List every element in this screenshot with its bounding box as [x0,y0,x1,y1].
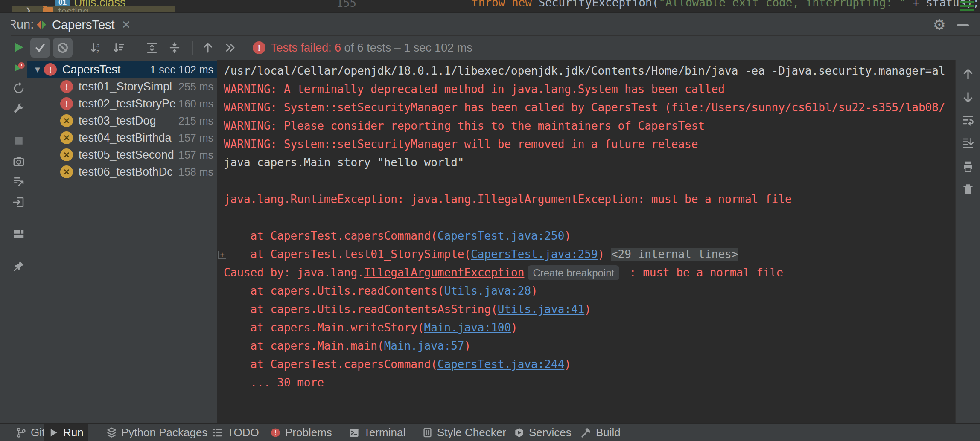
test-tree-row[interactable]: ✕test05_testSecond157 ms [27,146,217,163]
minimize-icon[interactable] [957,24,969,26]
editor-strip: 01 Utils.class ❯ testing 155 throw new S… [0,0,980,13]
console-line: at CapersTest.test01_StorySimple(CapersT… [224,245,955,264]
fold-expand-icon[interactable]: + [218,251,226,259]
sort-alphabetically-button[interactable]: az [86,38,106,58]
chevron-down-icon[interactable]: ▼ [31,65,44,75]
console-line: java capers.Main story "hello world" [224,154,955,172]
console-text-segment: ) [511,321,518,334]
toolbar-separator [192,41,193,55]
console-line: java.lang.RuntimeException: java.lang.Il… [224,190,955,209]
previous-failed-test-button[interactable] [198,38,218,58]
create-breakpoint-hint[interactable]: Create breakpoint [528,265,619,280]
stop-button[interactable] [12,133,26,148]
collapse-all-button[interactable] [165,38,184,58]
statusbar-item-style-checker[interactable]: Style Checker [417,424,510,441]
rerun-failed-tests-button[interactable] [12,61,26,75]
layout-settings-button[interactable] [12,227,26,241]
toolbar-separator [14,218,23,218]
inspections-indicator-icon[interactable] [960,1,974,11]
show-passed-toggle[interactable] [30,38,50,58]
thread-dump-button[interactable] [12,154,26,168]
test-tree-row[interactable]: ✕test04_testBirthda157 ms [27,129,217,146]
down-the-stack-trace-button[interactable] [960,90,976,105]
stacktrace-link[interactable]: CapersTest.java:244 [438,358,564,371]
test-duration: 255 ms [177,81,217,93]
console-line: WARNING: System::setSecurityManager will… [224,135,955,154]
more-actions-button[interactable] [221,38,240,58]
terminal-icon [348,427,360,438]
tests-failed-count: Tests failed: 6 [271,41,341,54]
scroll-to-end-button[interactable] [960,136,976,151]
test-settings-button[interactable] [12,102,26,116]
git-branch-icon [15,427,27,438]
statusbar-item-problems[interactable]: Problems [265,424,336,441]
statusbar-item-python-packages[interactable]: Python Packages [102,424,212,441]
stacktrace-link[interactable]: CapersTest.java:259 [471,248,598,261]
test-tree-row[interactable]: ✕test06_testBothDc158 ms [27,163,217,180]
expand-all-button[interactable] [142,38,162,58]
test-failed-icon: ✕ [60,165,73,178]
test-tree-row[interactable]: ✕test03_testDog215 ms [27,112,217,129]
gear-icon[interactable]: ⚙ [933,16,946,33]
test-failed-icon: ✕ [60,148,73,161]
print-button[interactable] [960,159,976,174]
console-line: at capers.Utils.readContentsAsString(Uti… [224,300,955,319]
project-tree-row-testing[interactable]: ❯ testing [12,6,175,13]
stacktrace-link[interactable]: Main.java:100 [424,321,511,334]
code-string: "Allowable exit code, interrupting: " [659,0,906,9]
test-tree-row[interactable]: !test01_StorySimpl255 ms [27,78,217,95]
editor-code-line[interactable]: throw new SecurityException("Allowable e… [472,0,980,9]
test-duration: 157 ms [177,149,217,161]
test-name: test02_testStoryPe [79,97,177,110]
clear-all-button[interactable] [960,182,976,197]
test-name: CapersTest [62,63,148,76]
console-output[interactable]: /usr/local/Cellar/openjdk/18.0.1.1/libex… [217,60,955,423]
rerun-button[interactable] [12,81,26,96]
console-text-segment: at capers.Utils.readContents( [224,284,444,297]
error-badge-icon [270,427,281,438]
console-text-segment: WARNING: System::setSecurityManager has … [224,101,945,114]
soft-wrap-toggle[interactable] [960,113,976,128]
stacktrace-link[interactable]: Utils.java:41 [498,303,585,316]
toolbar-separator [14,125,23,125]
statusbar-item-todo[interactable]: TODO [207,424,263,441]
stacktrace-link[interactable]: Main.java:57 [384,339,464,352]
up-the-stack-trace-button[interactable] [960,67,976,82]
toolbar-separator [81,41,81,55]
test-duration: 157 ms [177,132,217,144]
statusbar-item-run[interactable]: Run [44,424,88,441]
console-text-segment: java.lang.RuntimeException: java.lang.Il… [224,193,792,206]
console-text: /usr/local/Cellar/openjdk/18.0.1.1/libex… [224,62,955,392]
statusbar-item-terminal[interactable]: Terminal [344,424,410,441]
style-checker-icon [422,427,433,438]
test-history-button[interactable] [12,174,26,189]
statusbar-item-build[interactable]: Build [576,424,625,441]
stacktrace-link[interactable]: Utils.java:28 [444,284,531,297]
play-small-icon [48,427,59,438]
statusbar-item-label: Git [31,426,45,439]
test-duration: 160 ms [177,98,217,110]
pin-tab-button[interactable] [12,259,26,273]
toolbar-separator [14,250,23,250]
console-line [224,209,955,227]
show-ignored-toggle[interactable] [53,38,73,58]
console-line: /usr/local/Cellar/openjdk/18.0.1.1/libex… [224,62,955,80]
console-text-segment: java capers.Main story "hello world" [224,156,464,169]
test-tree-root-row[interactable]: ▼!CapersTest1 sec 102 ms [27,61,217,78]
statusbar-item-services[interactable]: Services [509,424,576,441]
run-button[interactable] [12,40,26,55]
import-test-results-button[interactable] [12,195,26,209]
console-text-segment: ) [464,339,471,352]
stacktrace-link[interactable]: CapersTest.java:250 [438,229,564,242]
svg-text:a: a [96,43,99,49]
console-line: WARNING: System::setSecurityManager has … [224,99,955,117]
tests-failed-icon: ! [253,41,265,54]
sort-by-duration-button[interactable] [109,38,128,58]
run-tab-caperstest[interactable]: CapersTest ✕ [36,15,131,34]
console-line: WARNING: A terminally deprecated method … [224,80,955,99]
statusbar-item-label: Build [596,426,621,439]
folded-lines-chip[interactable]: <29 internal lines> [611,248,738,261]
close-icon[interactable]: ✕ [122,18,131,32]
test-run-status: !Tests failed: 6 of 6 tests – 1 sec 102 … [253,41,472,55]
test-tree-row[interactable]: !test02_testStoryPe160 ms [27,95,217,112]
